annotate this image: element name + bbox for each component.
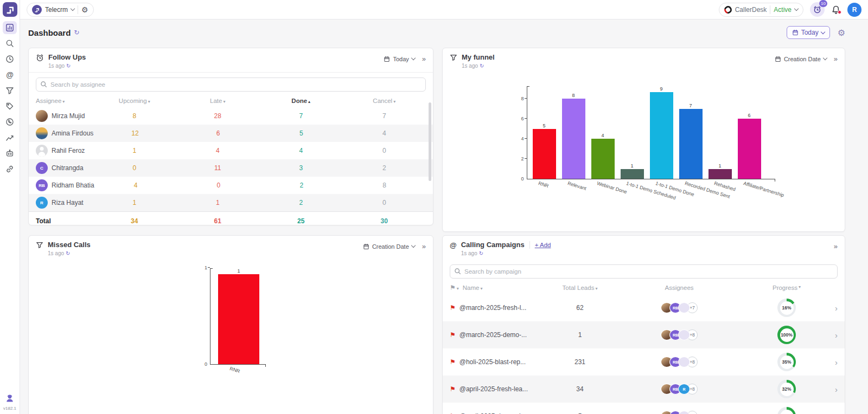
calling-campaigns-rows: ⚑@march-2025-fresh-l...62RB+716%›⚑@march… xyxy=(443,294,845,414)
row-chevron-icon[interactable]: › xyxy=(825,331,838,340)
at-sign-icon: @ xyxy=(450,241,457,256)
bar[interactable] xyxy=(650,92,673,179)
refresh-icon[interactable]: ↻ xyxy=(74,29,79,36)
my-funnel-date-filter[interactable]: Creation Date xyxy=(775,56,827,62)
bar[interactable] xyxy=(533,129,556,179)
sidebar-item-search[interactable] xyxy=(3,37,17,50)
campaign-row[interactable]: ⚑@holi-2025-blast-rep...231RB+835%› xyxy=(443,348,845,376)
column-header-assignee[interactable]: Assignee▾ xyxy=(36,98,93,104)
sidebar-item-filters[interactable] xyxy=(3,84,17,97)
progress-ring: 16% xyxy=(777,299,796,317)
add-campaign-button[interactable]: + Add xyxy=(535,242,551,248)
sidebar-item-analytics[interactable] xyxy=(3,131,17,144)
bar[interactable] xyxy=(709,169,732,179)
refresh-icon[interactable]: ↻ xyxy=(66,63,71,69)
bar[interactable] xyxy=(738,119,761,179)
page-header: Dashboard ↻ Today ⚙ xyxy=(28,26,845,39)
column-header-total-leads[interactable]: Total Leads▾ xyxy=(550,284,610,291)
follow-ups-date-filter[interactable]: Today xyxy=(384,56,414,62)
x-axis-label: RNR xyxy=(229,366,241,374)
notifications-button[interactable] xyxy=(831,5,841,15)
follow-ups-row[interactable]: Rahil Feroz1440 xyxy=(29,142,433,159)
refresh-icon[interactable]: ↻ xyxy=(480,63,484,69)
assignee-stack[interactable]: RB+8 xyxy=(610,357,749,367)
bar[interactable] xyxy=(218,274,259,364)
support-agent-icon[interactable] xyxy=(5,394,15,403)
callerdesk-status-pill[interactable]: CallerDesk Active xyxy=(719,3,803,17)
y-axis-tick: 1 xyxy=(197,265,207,270)
column-header-late[interactable]: Late▾ xyxy=(176,98,260,104)
row-chevron-icon[interactable]: › xyxy=(825,385,838,394)
missed-calls-date-filter[interactable]: Creation Date xyxy=(363,243,415,250)
follow-ups-row[interactable]: Amina Firdous12654 xyxy=(29,125,433,142)
telecrm-logo[interactable] xyxy=(3,2,17,17)
column-header-done[interactable]: Done▴ xyxy=(259,98,343,104)
bar[interactable] xyxy=(621,169,644,179)
column-header-upcoming[interactable]: Upcoming▾ xyxy=(93,98,176,104)
done-count: 4 xyxy=(259,147,343,154)
campaign-row[interactable]: ⚑@march-2025-demo-...1RB+8100%› xyxy=(443,321,845,348)
reminders-button[interactable]: 10 xyxy=(810,2,825,17)
sidebar-item-integrations[interactable] xyxy=(3,163,17,176)
campaign-search-input[interactable] xyxy=(450,264,838,279)
follow-ups-search-input[interactable] xyxy=(36,77,426,92)
column-header-flag[interactable]: ⚑▾ xyxy=(450,284,459,292)
user-avatar[interactable]: R xyxy=(847,3,861,17)
assignee-stack[interactable]: RBR+8 xyxy=(610,384,749,394)
sidebar-item-whatsapp[interactable] xyxy=(3,115,17,128)
sidebar-item-dashboard[interactable] xyxy=(3,21,17,34)
follow-ups-row[interactable]: RRiza Hayat1120 xyxy=(29,194,433,211)
funnel-icon xyxy=(5,86,14,95)
my-funnel-header: My funnel 1s ago↻ Creation Date » xyxy=(443,48,845,72)
workspace-settings-gear-icon[interactable]: ⚙ xyxy=(81,6,88,14)
assignee-name: Riza Hayat xyxy=(52,199,84,206)
row-chevron-icon[interactable]: › xyxy=(825,412,838,414)
refresh-icon[interactable]: ↻ xyxy=(479,250,483,256)
assignee-stack[interactable]: RB+7 xyxy=(610,302,749,313)
column-header-cancel[interactable]: Cancel▾ xyxy=(343,98,426,104)
assignee-avatar: R xyxy=(36,197,48,209)
campaign-row[interactable]: ⚑@april-2025-demo-ai...5RB+760%› xyxy=(443,403,845,414)
table-scrollbar[interactable] xyxy=(429,102,431,181)
sidebar-item-bot[interactable] xyxy=(3,147,17,160)
column-header-name[interactable]: Name▾ xyxy=(463,284,483,291)
late-count: 0 xyxy=(177,182,260,189)
sidebar-item-history[interactable] xyxy=(3,53,17,66)
bar[interactable] xyxy=(591,139,615,179)
global-date-filter-button[interactable]: Today xyxy=(787,26,830,39)
follow-ups-row[interactable]: CChitrangda01132 xyxy=(29,159,433,177)
total-upcoming: 34 xyxy=(93,217,176,225)
cancel-count: 8 xyxy=(343,182,426,189)
sidebar-item-tags[interactable] xyxy=(3,100,17,113)
assignee-stack[interactable]: RB+8 xyxy=(610,329,749,340)
bar[interactable] xyxy=(562,99,585,179)
search-icon xyxy=(5,39,14,48)
refresh-icon[interactable]: ↻ xyxy=(66,250,70,256)
assignee-stack[interactable]: RB+7 xyxy=(610,411,749,414)
workspace-switcher[interactable]: Telecrm ⚙ xyxy=(27,3,94,17)
total-done: 25 xyxy=(259,217,343,225)
collapse-panel-icon[interactable]: » xyxy=(834,55,838,63)
x-axis-label: Relevant xyxy=(567,180,587,191)
sort-caret-icon: ▾ xyxy=(457,286,459,291)
callerdesk-logo xyxy=(723,4,733,15)
collapse-panel-icon[interactable]: » xyxy=(834,242,838,250)
total-cancel: 30 xyxy=(343,217,426,225)
sidebar-item-mentions[interactable]: @ xyxy=(3,68,17,81)
dashboard-settings-gear-icon[interactable]: ⚙ xyxy=(838,28,845,38)
campaign-row[interactable]: ⚑@april-2025-fresh-lea...34RBR+832%› xyxy=(443,376,845,403)
collapse-panel-icon[interactable]: » xyxy=(422,55,426,63)
column-header-progress[interactable]: Progress▾ xyxy=(749,284,825,291)
bar[interactable] xyxy=(679,109,703,179)
flag-icon: ⚑ xyxy=(450,284,456,292)
follow-ups-row[interactable]: Mirza Mujid82877 xyxy=(29,107,433,125)
topbar-right: CallerDesk Active 10 R xyxy=(719,2,861,17)
campaign-row[interactable]: ⚑@march-2025-fresh-l...62RB+716%› xyxy=(443,294,845,321)
row-chevron-icon[interactable]: › xyxy=(825,303,838,313)
total-leads: 34 xyxy=(550,385,610,393)
collapse-panel-icon[interactable]: » xyxy=(422,242,426,250)
row-chevron-icon[interactable]: › xyxy=(825,358,838,367)
calling-campaigns-title: Calling Campaigns xyxy=(461,241,525,249)
late-count: 11 xyxy=(176,164,260,172)
follow-ups-row[interactable]: RBRidham Bhatia4028 xyxy=(29,177,433,194)
